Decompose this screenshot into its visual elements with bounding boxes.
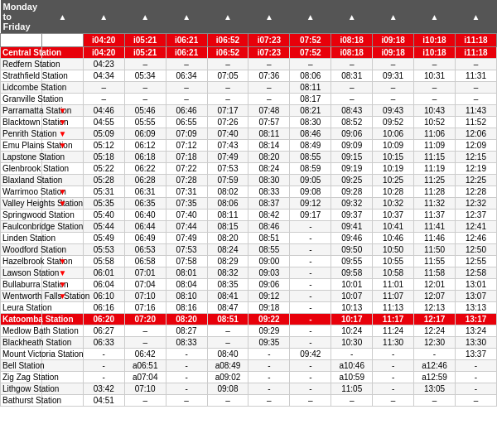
table-row: Leura Station06:1607:1608:1608:4709:18-1… xyxy=(1,302,497,314)
time-cell: - xyxy=(373,372,414,383)
time-cell: – xyxy=(414,59,456,70)
time-cell: - xyxy=(290,221,331,233)
station-name-cell: Emu Plains Station xyxy=(1,140,42,152)
time-cell: 09:50 xyxy=(331,244,373,256)
time-cell: 07:35 xyxy=(166,198,207,210)
table-row: Bathurst Station04:51––––––––– xyxy=(1,395,497,407)
time-cell: 12:37 xyxy=(455,210,496,221)
time-cell: 05:55 xyxy=(124,117,166,128)
col-10: ▲ xyxy=(455,0,496,34)
time-cell: 10:13 xyxy=(331,302,373,314)
table-row: Springwood Station05:4006:4007:4008:1108… xyxy=(1,210,497,221)
time-cell: – xyxy=(248,59,290,70)
time-cell: 09:52 xyxy=(373,117,414,128)
time-cell: 07:10 xyxy=(124,291,166,302)
time-cell: 09:58 xyxy=(331,267,373,279)
time-cell: 12:07 xyxy=(414,291,456,302)
time-cell: 04:55 xyxy=(83,117,124,128)
time-cell: 07:43 xyxy=(207,140,248,152)
col-1: ▲ xyxy=(83,0,124,34)
station-name-cell: Lithgow Station xyxy=(1,383,42,395)
time-cell: - xyxy=(290,267,331,279)
time-cell: - xyxy=(331,349,373,360)
time-cell: 07:20 xyxy=(124,314,166,325)
time-cell: 04:23 xyxy=(83,59,124,70)
time-cell: 06:18 xyxy=(124,152,166,163)
time-cell: - xyxy=(290,383,331,395)
time-cell: - xyxy=(166,349,207,360)
time-cell: 11:17 xyxy=(373,314,414,325)
time-cell: - xyxy=(373,383,414,395)
time-cell: 09:46 xyxy=(331,233,373,244)
time-cell: 08:20 xyxy=(166,314,207,325)
time-cell: 12:25 xyxy=(455,175,496,186)
time-cell: 11:28 xyxy=(414,186,456,198)
time-cell: – xyxy=(290,59,331,70)
time-cell: 06:16 xyxy=(83,302,124,314)
time-cell: 08:31 xyxy=(331,70,373,82)
time-header-2: i06:21 xyxy=(166,34,207,47)
time-cell: - xyxy=(290,291,331,302)
time-cell: 11:52 xyxy=(455,117,496,128)
time-cell: 13:30 xyxy=(455,337,496,349)
time-cell: 06:01 xyxy=(83,267,124,279)
table-row: Linden Station05:4906:4907:4908:2008:51-… xyxy=(1,233,497,244)
time-cell: 08:02 xyxy=(207,186,248,198)
time-cell: 08:43 xyxy=(331,105,373,117)
time-cell: 12:19 xyxy=(455,163,496,175)
time-cell: – xyxy=(124,94,166,105)
time-cell: 09:08 xyxy=(290,186,331,198)
station-col-header xyxy=(1,34,42,47)
time-cell: - xyxy=(166,360,207,372)
time-cell: - xyxy=(248,372,290,383)
time-cell: 08:29 xyxy=(207,256,248,267)
time-cell: - xyxy=(166,383,207,395)
time-cell: 08:37 xyxy=(248,198,290,210)
time-cell: - xyxy=(290,233,331,244)
time-cell: 11:05 xyxy=(331,383,373,395)
time-cell: 12:46 xyxy=(455,233,496,244)
time-header-8: i10:18 xyxy=(414,34,456,47)
time-cell: – xyxy=(124,59,166,70)
time-cell: 05:40 xyxy=(83,210,124,221)
time-cell: 12:06 xyxy=(455,128,496,140)
time-cell: 08:51 xyxy=(207,314,248,325)
time-cell: i07:23 xyxy=(248,47,290,59)
time-cell: – xyxy=(166,82,207,94)
time-cell: 11:32 xyxy=(414,198,456,210)
time-cell: 08:15 xyxy=(207,221,248,233)
time-cell: – xyxy=(414,94,456,105)
time-cell: – xyxy=(373,395,414,407)
time-cell: i06:21 xyxy=(166,47,207,59)
station-name-cell: Faulconbridge Station xyxy=(1,221,42,233)
time-cell: 13:37 xyxy=(455,349,496,360)
time-cell: 11:55 xyxy=(414,256,456,267)
station-name-cell: Penrith Station xyxy=(1,128,42,140)
time-cell: - xyxy=(455,360,496,372)
time-cell: – xyxy=(248,94,290,105)
time-cell: – xyxy=(414,395,456,407)
col-5: ▲ xyxy=(248,0,290,34)
time-cell: 08:30 xyxy=(290,117,331,128)
table-row: Granville Station–––––08:17–––– xyxy=(1,94,497,105)
time-cell: 07:58 xyxy=(166,256,207,267)
table-row: Strathfield Station04:3405:3406:3407:050… xyxy=(1,70,497,82)
table-row: Emu Plains Station▼05:1206:1207:1207:430… xyxy=(1,140,497,152)
time-cell: – xyxy=(207,82,248,94)
time-cell: a10:59 xyxy=(331,372,373,383)
time-header-6: i08:18 xyxy=(331,34,373,47)
time-cell: 07:44 xyxy=(166,221,207,233)
time-cell: 07:16 xyxy=(124,302,166,314)
time-cell: 06:12 xyxy=(124,140,166,152)
time-cell: 07:49 xyxy=(166,233,207,244)
time-cell: 10:50 xyxy=(373,244,414,256)
time-cell: a12:46 xyxy=(414,360,456,372)
time-cell: 06:27 xyxy=(83,325,124,337)
time-cell: 06:49 xyxy=(124,233,166,244)
time-cell: 07:53 xyxy=(207,163,248,175)
time-cell: 06:44 xyxy=(124,221,166,233)
time-cell: 08:27 xyxy=(166,325,207,337)
station-name-cell: Hazelbrook Station xyxy=(1,256,42,267)
time-cell: – xyxy=(83,94,124,105)
time-cell: 10:58 xyxy=(373,267,414,279)
